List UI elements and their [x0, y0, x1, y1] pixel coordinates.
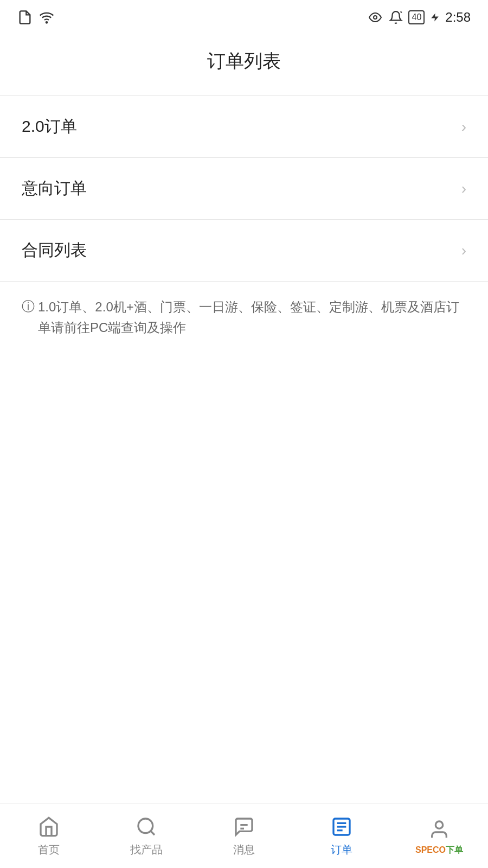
list-item-contract[interactable]: 合同列表 › — [0, 220, 488, 282]
status-left-icons — [17, 10, 55, 25]
nav-label-find-product: 找产品 — [130, 843, 163, 857]
notice-text: 1.0订单、2.0机+酒、门票、一日游、保险、签证、定制游、机票及酒店订单请前往… — [38, 297, 466, 339]
bottom-nav: 首页 找产品 消息 — [0, 803, 488, 868]
list-item-order-2[interactable]: 2.0订单 › — [0, 95, 488, 158]
svg-point-4 — [138, 819, 153, 833]
order-icon — [329, 814, 354, 839]
list-item-label-contract: 合同列表 — [22, 239, 87, 261]
eye-icon — [367, 11, 383, 24]
nav-label-speco: SPECO下单 — [415, 845, 463, 855]
nav-label-message: 消息 — [233, 843, 255, 857]
svg-line-5 — [151, 831, 155, 835]
svg-point-0 — [46, 22, 47, 23]
list-item-order-intent[interactable]: 意向订单 › — [0, 158, 488, 220]
svg-point-12 — [435, 821, 442, 828]
status-right-icons: 40 2:58 — [367, 10, 471, 25]
svg-line-2 — [401, 11, 402, 12]
nav-item-message[interactable]: 消息 — [195, 803, 293, 868]
chevron-right-icon-contract: › — [461, 242, 466, 259]
home-icon — [36, 814, 61, 839]
nav-item-order[interactable]: 订单 — [293, 803, 390, 868]
battery-indicator: 40 — [408, 10, 425, 24]
nav-item-home[interactable]: 首页 — [0, 803, 98, 868]
svg-point-1 — [374, 16, 377, 19]
nav-item-speco[interactable]: SPECO下单 — [390, 803, 488, 868]
status-bar: 40 2:58 — [0, 0, 488, 33]
page-title: 订单列表 — [0, 33, 488, 95]
list-item-label-intent: 意向订单 — [22, 177, 87, 200]
chevron-right-icon-intent: › — [461, 180, 466, 197]
nav-item-find-product[interactable]: 找产品 — [98, 803, 195, 868]
wifi-icon — [38, 10, 55, 25]
info-icon: ⓘ — [22, 298, 35, 315]
bell-icon — [389, 10, 403, 24]
nav-label-order: 订单 — [331, 843, 352, 857]
file-icon — [17, 10, 33, 25]
order-list: 2.0订单 › 意向订单 › 合同列表 › ⓘ 1.0订单、2.0机+酒、门票、… — [0, 95, 488, 803]
user-icon — [427, 817, 452, 842]
status-time: 2:58 — [445, 10, 471, 25]
nav-label-home: 首页 — [38, 843, 60, 857]
svg-marker-3 — [432, 14, 439, 22]
search-icon — [134, 814, 159, 839]
chevron-right-icon-order-2: › — [461, 118, 466, 136]
notice-block: ⓘ 1.0订单、2.0机+酒、门票、一日游、保险、签证、定制游、机票及酒店订单请… — [0, 282, 488, 354]
message-icon — [232, 814, 256, 839]
charging-icon — [430, 10, 440, 24]
list-item-label-order-2: 2.0订单 — [22, 116, 77, 138]
